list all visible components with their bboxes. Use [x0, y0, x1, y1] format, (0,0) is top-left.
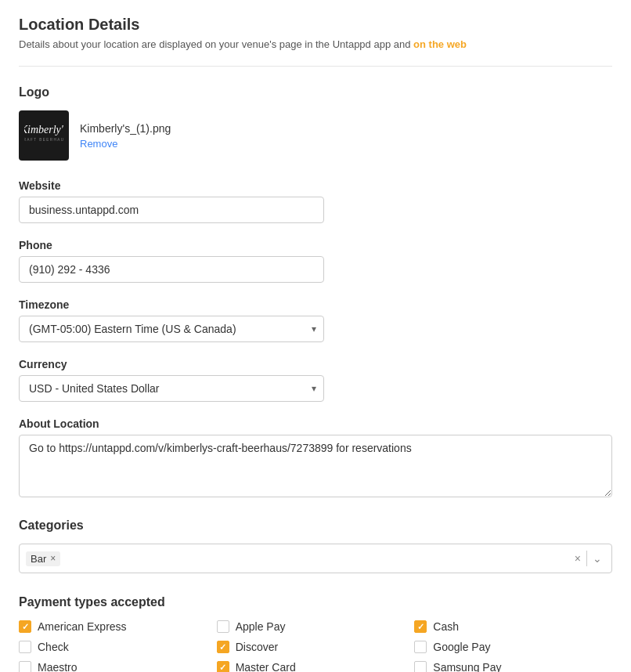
checkbox-maestro[interactable]	[19, 661, 31, 672]
checkbox-google-pay[interactable]	[414, 641, 427, 653]
payment-item-maestro: Maestro	[19, 661, 217, 672]
payment-item-apple-pay: Apple Pay	[217, 620, 415, 633]
phone-field-group: Phone	[19, 239, 612, 283]
logo-section: Logo Kimberly's CRAFT BEERHAUS Kimberly'…	[19, 85, 612, 161]
web-link[interactable]: on the web	[413, 38, 467, 50]
timezone-label: Timezone	[19, 298, 612, 311]
currency-label: Currency	[19, 358, 612, 370]
checkbox-master-card[interactable]	[217, 661, 229, 672]
payment-label-maestro: Maestro	[38, 661, 78, 672]
svg-text:Kimberly's: Kimberly's	[24, 124, 63, 135]
payment-item-discover: Discover	[217, 641, 415, 653]
categories-section: Categories Bar × × ⌄	[19, 518, 612, 573]
logo-svg: Kimberly's CRAFT BEERHAUS	[24, 116, 63, 155]
categories-label: Categories	[19, 518, 612, 533]
logo-thumbnail: Kimberly's CRAFT BEERHAUS	[19, 110, 69, 161]
payment-label-apple-pay: Apple Pay	[236, 620, 286, 633]
timezone-select-wrapper: (GMT-05:00) Eastern Time (US & Canada) ▾	[19, 316, 324, 342]
payment-section: Payment types accepted American Express …	[19, 595, 612, 672]
payment-item-google-pay: Google Pay	[414, 641, 612, 653]
payment-item-master-card: Master Card	[217, 661, 415, 672]
subtitle-text: Details about your location are displaye…	[19, 38, 410, 50]
payment-label-check: Check	[38, 641, 69, 653]
category-tag-remove-icon[interactable]: ×	[50, 554, 56, 563]
categories-controls: × ⌄	[572, 551, 605, 566]
about-label: About Location	[19, 417, 612, 430]
categories-dropdown-button[interactable]: ⌄	[590, 551, 605, 566]
currency-select[interactable]: USD - United States Dollar	[19, 375, 324, 402]
website-label: Website	[19, 179, 612, 192]
phone-input[interactable]	[19, 256, 324, 283]
payment-item-cash: Cash	[414, 620, 612, 633]
about-textarea[interactable]: Go to https://untappd.com/v/kimberlys-cr…	[19, 435, 612, 497]
logo-row: Kimberly's CRAFT BEERHAUS Kimberly's_(1)…	[19, 110, 612, 161]
logo-label: Logo	[19, 85, 612, 99]
svg-rect-0	[24, 116, 63, 155]
payment-label: Payment types accepted	[19, 595, 612, 609]
remove-logo-button[interactable]: Remove	[80, 138, 171, 150]
checkbox-cash[interactable]	[414, 620, 427, 633]
categories-divider	[586, 551, 587, 566]
payment-label-cash: Cash	[433, 620, 459, 633]
logo-filename: Kimberly's_(1).png	[80, 122, 171, 135]
svg-text:CRAFT BEERHAUS: CRAFT BEERHAUS	[24, 138, 63, 142]
payment-item-amex: American Express	[19, 620, 217, 633]
logo-info: Kimberly's_(1).png Remove	[80, 122, 171, 150]
phone-label: Phone	[19, 239, 612, 251]
categories-clear-button[interactable]: ×	[572, 551, 584, 566]
currency-select-wrapper: USD - United States Dollar ▾	[19, 375, 324, 402]
timezone-select[interactable]: (GMT-05:00) Eastern Time (US & Canada)	[19, 316, 324, 342]
checkbox-check[interactable]	[19, 641, 31, 653]
categories-input-wrapper[interactable]: Bar × × ⌄	[19, 544, 612, 573]
page-subtitle: Details about your location are displaye…	[19, 38, 612, 50]
category-tag-bar: Bar ×	[26, 551, 60, 566]
checkbox-apple-pay[interactable]	[217, 620, 229, 633]
page-title: Location Details	[19, 16, 612, 34]
payment-label-master-card: Master Card	[236, 661, 296, 672]
payment-label-samsung-pay: Samsung Pay	[433, 661, 501, 672]
payment-item-check: Check	[19, 641, 217, 653]
website-field-group: Website	[19, 179, 612, 223]
timezone-field-group: Timezone (GMT-05:00) Eastern Time (US & …	[19, 298, 612, 342]
payment-item-samsung-pay: Samsung Pay	[414, 661, 612, 672]
category-tag-label: Bar	[31, 553, 46, 565]
checkbox-samsung-pay[interactable]	[414, 661, 427, 672]
checkbox-discover[interactable]	[217, 641, 229, 653]
about-section: About Location Go to https://untappd.com…	[19, 417, 612, 500]
payment-grid: American Express Apple Pay Cash Check Di…	[19, 620, 612, 672]
payment-label-google-pay: Google Pay	[433, 641, 490, 653]
payment-label-amex: American Express	[38, 620, 127, 633]
currency-field-group: Currency USD - United States Dollar ▾	[19, 358, 612, 402]
payment-label-discover: Discover	[236, 641, 278, 653]
header-divider	[19, 66, 612, 67]
website-input[interactable]	[19, 197, 324, 223]
checkbox-amex[interactable]	[19, 620, 31, 633]
